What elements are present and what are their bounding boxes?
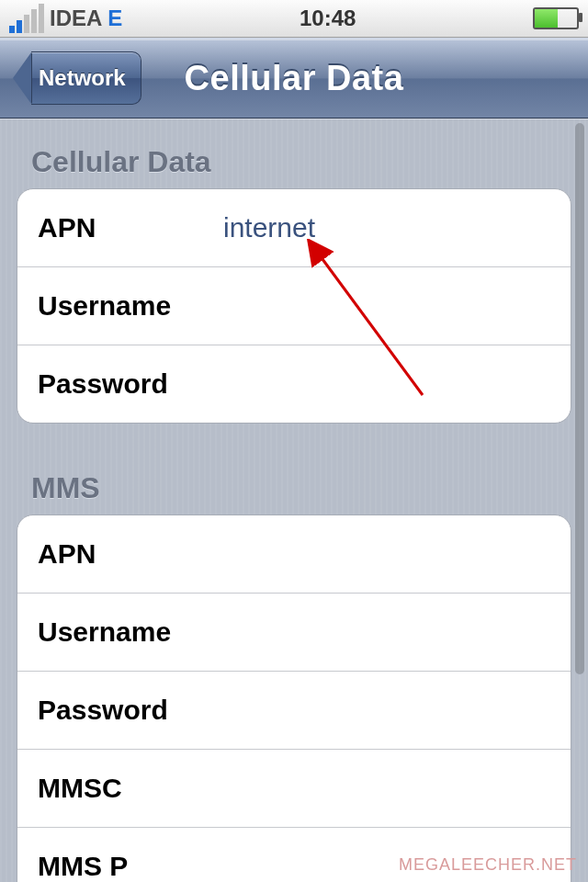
- row-mms-password[interactable]: Password: [17, 672, 571, 750]
- input-cellular-apn[interactable]: [221, 211, 571, 244]
- navigation-bar: Network Cellular Data: [0, 38, 588, 119]
- row-cellular-username[interactable]: Username: [17, 267, 571, 345]
- back-arrow-icon: [13, 52, 31, 104]
- settings-scroll-area[interactable]: Cellular Data APN Username Password MMS …: [0, 119, 588, 882]
- row-cellular-password[interactable]: Password: [17, 345, 571, 423]
- group-mms: APN Username Password MMSC MMS P: [17, 514, 571, 882]
- row-mms-mmsc[interactable]: MMSC: [17, 750, 571, 828]
- section-header-mms: MMS: [0, 446, 588, 514]
- signal-strength-icon: [9, 4, 44, 33]
- group-cellular-data: APN Username Password: [17, 188, 571, 424]
- label-cellular-username: Username: [38, 290, 203, 322]
- scroll-indicator: [575, 123, 584, 674]
- label-mms-password: Password: [38, 695, 203, 726]
- row-mms-username[interactable]: Username: [17, 594, 571, 672]
- watermark-label: MEGALEECHER.NET: [399, 855, 577, 875]
- back-button-label: Network: [31, 51, 141, 105]
- status-bar: IDEA E 10:48: [0, 0, 588, 38]
- network-type-label: E: [107, 6, 122, 31]
- row-mms-apn[interactable]: APN: [17, 515, 571, 594]
- input-mms-username[interactable]: [221, 616, 571, 649]
- clock-label: 10:48: [300, 6, 356, 31]
- status-left: IDEA E: [9, 4, 122, 33]
- label-cellular-password: Password: [38, 368, 203, 400]
- section-header-cellular-data: Cellular Data: [0, 119, 588, 188]
- carrier-label: IDEA: [50, 6, 102, 31]
- input-cellular-username[interactable]: [221, 289, 571, 322]
- label-mms-username: Username: [38, 616, 203, 648]
- label-mms-apn: APN: [38, 538, 203, 570]
- label-mms-proxy: MMS P: [38, 851, 203, 882]
- label-cellular-apn: APN: [38, 212, 203, 243]
- row-cellular-apn[interactable]: APN: [17, 189, 571, 267]
- back-button[interactable]: Network: [13, 52, 141, 104]
- battery-icon: [533, 7, 579, 29]
- input-mms-mmsc[interactable]: [221, 772, 571, 805]
- input-cellular-password[interactable]: [221, 368, 571, 401]
- input-mms-apn[interactable]: [221, 537, 571, 571]
- page-title: Cellular Data: [185, 59, 404, 98]
- input-mms-password[interactable]: [221, 694, 571, 727]
- label-mms-mmsc: MMSC: [38, 773, 203, 804]
